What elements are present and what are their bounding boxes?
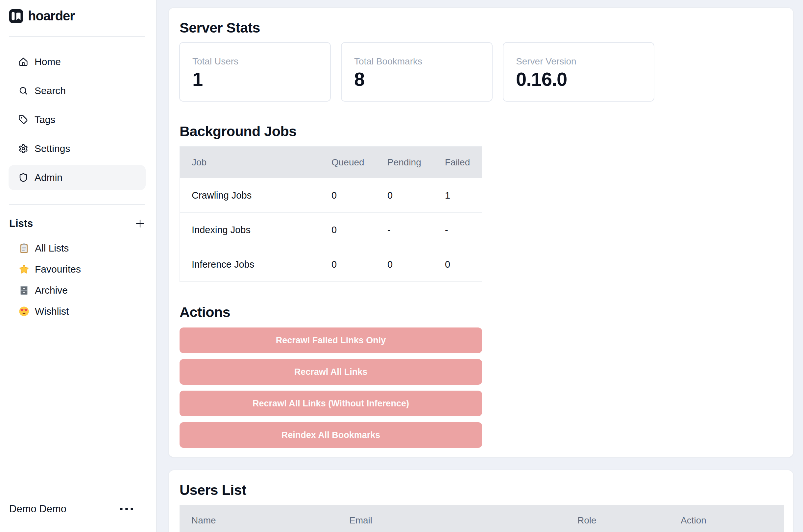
sidebar-item-home[interactable]: Home <box>8 49 146 74</box>
failed-count: - <box>445 225 482 235</box>
ellipsis-icon <box>119 507 134 511</box>
recrawl-all-links-without-inference-button[interactable]: Recrawl All Links (Without Inference) <box>179 391 482 416</box>
background-jobs-title: Background Jobs <box>179 122 297 140</box>
server-stats-title: Server Stats <box>179 19 260 36</box>
jobs-table: Job Queued Pending Failed Crawling Jobs … <box>179 146 482 282</box>
hoarder-logo-icon <box>9 9 23 23</box>
stat-card-total-users: Total Users 1 <box>179 42 331 101</box>
failed-count: 1 <box>445 190 482 201</box>
search-icon <box>18 86 28 96</box>
column-header: Job <box>192 157 331 168</box>
lists-nav: All Lists Favourites Archive <box>8 238 146 322</box>
table-row: Crawling Jobs 0 0 1 <box>180 178 482 212</box>
stat-cards: Total Users 1 Total Bookmarks 8 Server V… <box>179 42 654 101</box>
sidebar-item-label: Admin <box>35 172 62 183</box>
sidebar-divider <box>9 204 145 205</box>
file-cabinet-icon <box>18 285 30 296</box>
users-table-header: Name Email Role Action <box>179 505 784 532</box>
pending-count: 0 <box>387 190 445 201</box>
pending-count: 0 <box>387 259 445 270</box>
sidebar-item-all-lists[interactable]: All Lists <box>8 238 146 259</box>
recrawl-failed-links-button[interactable]: Recrawl Failed Links Only <box>179 327 482 353</box>
column-header: Pending <box>387 157 445 168</box>
users-list-title: Users List <box>179 481 246 498</box>
app-title: hoarder <box>28 8 75 23</box>
sidebar-item-label: Home <box>35 56 61 68</box>
job-name: Inference Jobs <box>192 259 331 270</box>
sidebar-item-tags[interactable]: Tags <box>8 107 146 132</box>
stat-value: 1 <box>192 69 330 90</box>
actions-list: Recrawl Failed Links Only Recrawl All Li… <box>179 327 482 454</box>
clipboard-icon <box>18 243 30 254</box>
queued-count: 0 <box>331 190 387 201</box>
stat-value: 0.16.0 <box>516 69 654 90</box>
actions-title: Actions <box>179 303 230 321</box>
stat-value: 8 <box>354 69 492 90</box>
app-window: hoarder Home Search Tags <box>0 0 803 532</box>
sidebar-item-favourites[interactable]: Favourites <box>8 259 146 280</box>
sidebar-item-label: Search <box>35 85 66 96</box>
app-logo[interactable]: hoarder <box>9 8 75 23</box>
reindex-all-bookmarks-button[interactable]: Reindex All Bookmarks <box>179 422 482 448</box>
lists-title: Lists <box>9 218 33 229</box>
gear-icon <box>18 144 28 154</box>
add-list-button[interactable] <box>133 216 148 231</box>
sidebar-item-settings[interactable]: Settings <box>8 136 146 161</box>
sidebar-item-archive[interactable]: Archive <box>8 280 146 301</box>
pending-count: - <box>387 225 445 235</box>
jobs-table-header: Job Queued Pending Failed <box>180 147 482 178</box>
main-content: Server Stats Total Users 1 Total Bookmar… <box>157 0 803 532</box>
heart-eyes-icon <box>18 306 30 317</box>
sidebar-item-label: Tags <box>35 114 55 125</box>
column-header: Failed <box>445 157 482 168</box>
stat-label: Total Users <box>192 56 330 67</box>
user-menu-button[interactable] <box>119 505 134 513</box>
plus-icon <box>134 218 146 229</box>
shield-icon <box>18 173 28 183</box>
recrawl-all-links-button[interactable]: Recrawl All Links <box>179 359 482 385</box>
users-panel: Users List Name Email Role Action <box>168 470 794 532</box>
job-name: Indexing Jobs <box>192 225 331 235</box>
column-header: Email <box>349 515 577 526</box>
sidebar-item-search[interactable]: Search <box>8 78 146 103</box>
queued-count: 0 <box>331 259 387 270</box>
stat-label: Total Bookmarks <box>354 56 492 67</box>
sidebar-nav: Home Search Tags Settings <box>8 49 146 194</box>
list-item-label: Archive <box>35 285 68 296</box>
list-item-label: Wishlist <box>35 306 69 317</box>
list-item-label: All Lists <box>35 243 69 254</box>
star-icon <box>18 264 30 275</box>
stat-card-total-bookmarks: Total Bookmarks 8 <box>341 42 493 101</box>
stat-label: Server Version <box>516 56 654 67</box>
tag-icon <box>18 115 28 125</box>
admin-panel: Server Stats Total Users 1 Total Bookmar… <box>168 7 794 458</box>
column-header: Name <box>191 515 349 526</box>
failed-count: 0 <box>445 259 482 270</box>
column-header: Role <box>577 515 681 526</box>
sidebar: hoarder Home Search Tags <box>0 0 157 532</box>
queued-count: 0 <box>331 225 387 235</box>
sidebar-divider <box>9 36 145 37</box>
home-icon <box>18 57 28 67</box>
sidebar-item-label: Settings <box>35 143 70 154</box>
job-name: Crawling Jobs <box>192 190 331 201</box>
table-row: Inference Jobs 0 0 0 <box>180 247 482 282</box>
stat-card-server-version: Server Version 0.16.0 <box>503 42 654 101</box>
sidebar-item-admin[interactable]: Admin <box>8 165 146 190</box>
column-header: Queued <box>331 157 387 168</box>
table-row: Indexing Jobs 0 - - <box>180 212 482 247</box>
sidebar-item-wishlist[interactable]: Wishlist <box>8 301 146 322</box>
column-header: Action <box>681 515 784 526</box>
lists-header: Lists <box>9 215 146 232</box>
user-name: Demo Demo <box>9 503 66 515</box>
list-item-label: Favourites <box>35 264 81 275</box>
user-row: Demo Demo <box>9 500 134 518</box>
